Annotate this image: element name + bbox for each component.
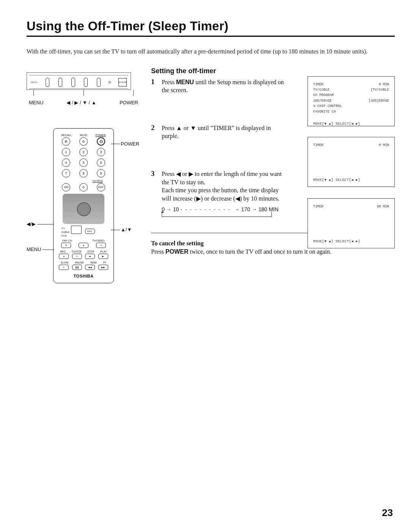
step-3-extra: Each time you press the button, the time… bbox=[162, 187, 279, 202]
step-3-text: Press ◀ or ▶ to enter the length of time… bbox=[162, 171, 282, 185]
remote-mute-label: MUTE bbox=[80, 134, 87, 137]
digit-100: 100 bbox=[62, 183, 70, 191]
remote-recall-label: RECALL bbox=[62, 134, 72, 137]
digit-6: 6 bbox=[97, 159, 105, 167]
page-number: 23 bbox=[382, 507, 393, 519]
mode-switch: •TV •CABLE •VCR EXIT bbox=[59, 226, 110, 238]
osd-screen-2: TIMER0 MIN MOVE[▼ ▲] SELECT[◀ ▶] bbox=[308, 137, 395, 187]
tv-callout-power: POWER bbox=[120, 100, 138, 105]
slow-button: ⊳ bbox=[59, 265, 69, 270]
callout-ud: ▲/▼ bbox=[121, 227, 132, 232]
tvvideo-button: ⊙ bbox=[96, 243, 106, 248]
exit-button: EXIT bbox=[85, 229, 95, 234]
stop-button: ■ bbox=[85, 254, 95, 259]
tv-callout-menu: MENU bbox=[29, 100, 43, 105]
tv-front-panel: MENU POWER bbox=[27, 72, 131, 90]
cancel-bold: POWER bbox=[166, 248, 188, 255]
cancel-text-pre: Press bbox=[151, 248, 166, 255]
digit-2: 2 bbox=[79, 148, 88, 156]
play-button: ▶ bbox=[98, 254, 108, 259]
digit-7: 7 bbox=[62, 169, 70, 177]
tv-power-button-icon: POWER bbox=[118, 78, 127, 86]
osd-screen-1: TIMER0 MIN TV/CABLE[TV/CABLE CH PROGRAM … bbox=[308, 76, 395, 126]
ent-button: ENT bbox=[97, 183, 105, 191]
sequence-loop-arrow bbox=[162, 212, 272, 217]
tv-callout-arrows: ◀ / ▶ / ▼ / ▲ bbox=[66, 100, 96, 105]
callout-menu: MENU bbox=[27, 246, 41, 252]
tv-panel-callouts: MENU ◀ / ▶ / ▼ / ▲ POWER bbox=[27, 100, 140, 105]
digit-1: 1 bbox=[62, 148, 70, 156]
step-1-text-pre: Press bbox=[162, 79, 176, 85]
mute-icon: ⊘ bbox=[79, 137, 88, 146]
power-icon: ⏻ bbox=[97, 137, 105, 146]
favch-down: ▼ bbox=[61, 243, 71, 248]
digit-8: 8 bbox=[79, 169, 88, 177]
ff-button: ▶▶ bbox=[98, 265, 108, 270]
digit-4: 4 bbox=[62, 159, 70, 167]
rec-button: ● bbox=[59, 254, 69, 259]
cancel-text-post: twice, once to turn the TV off and once … bbox=[188, 248, 331, 255]
rew-button: ◀◀ bbox=[85, 265, 95, 270]
brand-label: TOSHIBA bbox=[57, 274, 110, 278]
recall-icon: ⊕ bbox=[62, 137, 70, 146]
favch-up: ▲ bbox=[79, 243, 88, 248]
title-rule bbox=[27, 36, 395, 37]
step-3-number: 3 bbox=[151, 170, 156, 202]
tvvcr-button: ▭ bbox=[72, 254, 82, 259]
digit-5: 5 bbox=[79, 159, 88, 167]
page-title: Using the Off-Timer (Sleep Timer) bbox=[27, 19, 395, 33]
section-heading: Setting the off-timer bbox=[151, 67, 395, 75]
remote-power-label: POWER bbox=[96, 134, 106, 137]
remote-chrtn-label: CH RTN bbox=[93, 180, 102, 182]
step-2-text: Press ▲ or ▼ until "TIMER" is displayed … bbox=[162, 124, 287, 140]
intro-text: With the off-timer, you can set the TV t… bbox=[27, 47, 395, 56]
digit-0: 0 bbox=[79, 183, 88, 191]
callout-power: POWER bbox=[121, 141, 139, 147]
osd-screen-3: TIMER30 MIN MOVE[▼ ▲] SELECT[◀ ▶] bbox=[308, 198, 395, 248]
step-2-number: 2 bbox=[151, 124, 156, 140]
callout-lr: ◀/▶ bbox=[27, 221, 36, 227]
step-1-bold: MENU bbox=[176, 79, 194, 85]
nav-pad bbox=[63, 194, 104, 224]
step-1-number: 1 bbox=[151, 78, 156, 94]
remote-illustration: RECALL MUTE POWER ⊕ ⊘ ⏻ 123 456 789 CH R… bbox=[53, 128, 114, 283]
digit-9: 9 bbox=[97, 169, 105, 177]
pause-button: ❚❚ bbox=[72, 265, 82, 270]
digit-3: 3 bbox=[97, 148, 105, 156]
